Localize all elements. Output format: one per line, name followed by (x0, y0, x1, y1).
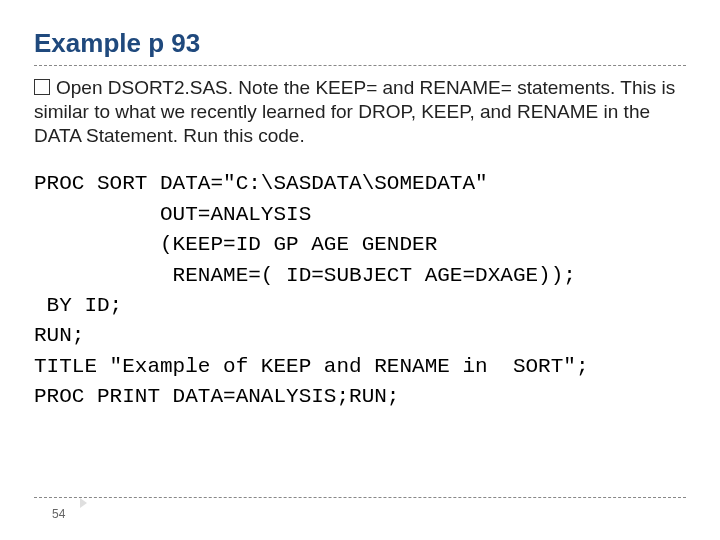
bullet-text: Open DSORT2.SAS. Note the KEEP= and RENA… (34, 76, 682, 147)
code-line: (KEEP=ID GP AGE GENDER (34, 233, 437, 256)
code-block: PROC SORT DATA="C:\SASDATA\SOMEDATA" OUT… (34, 169, 686, 413)
code-line: RUN; (34, 324, 84, 347)
code-line: PROC SORT DATA="C:\SASDATA\SOMEDATA" (34, 172, 488, 195)
checkbox-icon (34, 79, 50, 95)
footer-divider (34, 497, 686, 498)
footer-arrow-icon (80, 498, 87, 508)
code-line: TITLE "Example of KEEP and RENAME in SOR… (34, 355, 589, 378)
code-line: PROC PRINT DATA=ANALYSIS;RUN; (34, 385, 399, 408)
slide-title: Example p 93 (34, 28, 686, 59)
code-line: BY ID; (34, 294, 122, 317)
page-number: 54 (52, 507, 65, 521)
code-line: OUT=ANALYSIS (34, 203, 311, 226)
footer: 54 (34, 497, 686, 522)
code-line: RENAME=( ID=SUBJECT AGE=DXAGE)); (34, 264, 576, 287)
title-divider (34, 65, 686, 66)
bullet-lead: Open DSORT2.SAS. Note the KEEP= and RENA… (34, 77, 675, 146)
